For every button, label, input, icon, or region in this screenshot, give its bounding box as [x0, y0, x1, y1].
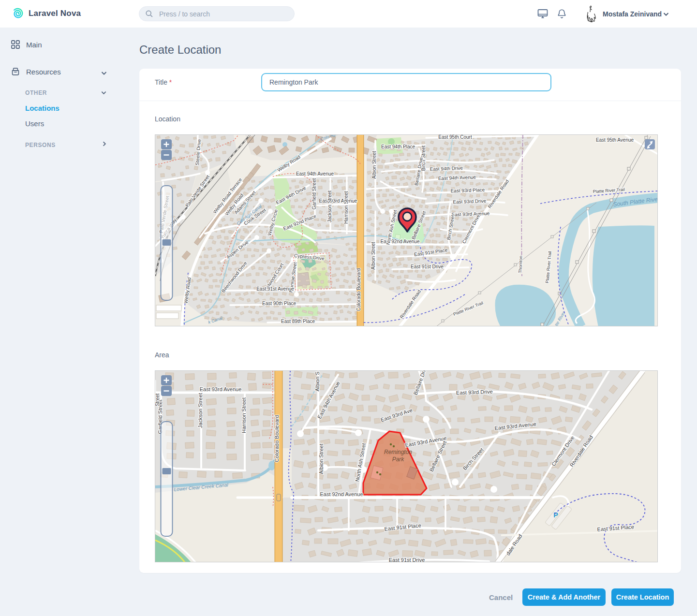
svg-text:Platte River Trail: Platte River Trail: [593, 187, 625, 194]
svg-text:Harrison Street: Harrison Street: [343, 191, 349, 223]
svg-text:Street: Street: [155, 393, 160, 406]
svg-text:East 91st Drive: East 91st Drive: [389, 557, 425, 562]
svg-text:East 93rd Avenue: East 93rd Avenue: [319, 198, 357, 204]
svg-text:East 93rd Avenue: East 93rd Avenue: [200, 386, 242, 392]
svg-text:Albion Street: Albion Street: [318, 444, 324, 474]
svg-text:East 90th Place: East 90th Place: [262, 301, 296, 306]
svg-text:East 94th Avenue: East 94th Avenue: [296, 171, 334, 176]
svg-text:Albion Street: Albion Street: [371, 151, 377, 178]
svg-text:East 91st Place: East 91st Place: [384, 522, 421, 532]
svg-text:East 95th Avenue: East 95th Avenue: [596, 137, 634, 143]
svg-text:P: P: [553, 511, 558, 519]
svg-text:Park: Park: [392, 456, 405, 463]
svg-text:Colorado Boulevard: Colorado Boulevard: [356, 268, 361, 311]
svg-text:Albion S: Albion S: [314, 372, 320, 392]
svg-text:East 89th Place: East 89th Place: [281, 319, 315, 324]
svg-text:East 93rd Drive: East 93rd Drive: [456, 389, 493, 396]
svg-text:Colorado Boulevard: Colorado Boulevard: [274, 415, 280, 462]
svg-text:Jackson Street: Jackson Street: [197, 393, 203, 428]
svg-text:Albion Street: Albion Street: [371, 242, 376, 269]
svg-text:East 94th Place: East 94th Place: [381, 144, 415, 149]
svg-text:Harrison Street: Harrison Street: [241, 397, 247, 433]
svg-text:East 95th Court: East 95th Court: [438, 135, 472, 140]
svg-text:East 91st Avenue: East 91st Avenue: [256, 286, 294, 292]
svg-text:East 92nd Avenue: East 92nd Avenue: [320, 491, 363, 497]
svg-text:East 91st Drive: East 91st Drive: [411, 264, 444, 269]
svg-text:Remington: Remington: [384, 449, 412, 455]
svg-text:Thornton: Thornton: [518, 256, 523, 273]
svg-text:Platte River Trail: Platte River Trail: [452, 300, 484, 317]
svg-text:Garfield Street: Garfield Street: [311, 178, 317, 210]
svg-text:Platte River Trail: Platte River Trail: [545, 251, 552, 283]
svg-text:Bellaire Drive: Bellaire Drive: [412, 371, 429, 396]
svg-text:Jackson Street: Jackson Street: [327, 191, 332, 222]
